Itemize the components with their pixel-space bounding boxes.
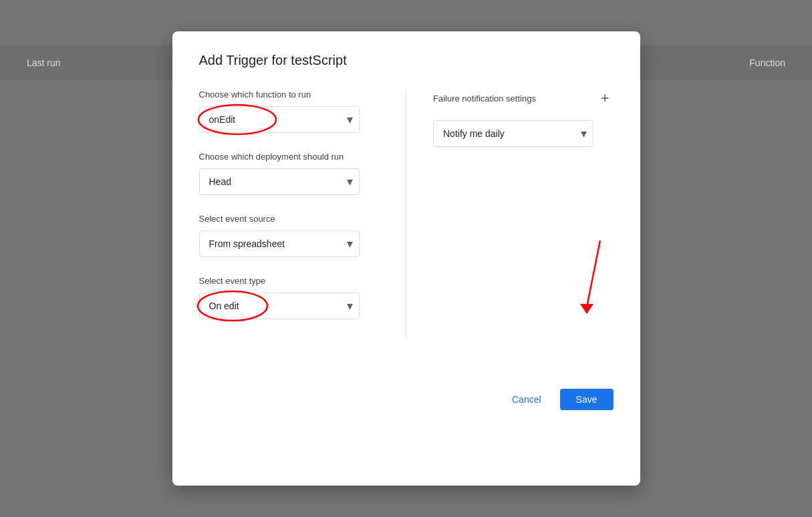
event-type-select[interactable]: On edit bbox=[199, 293, 360, 319]
notify-select[interactable]: Notify me daily Notify me hourly Notify … bbox=[433, 120, 593, 147]
notify-select-wrapper: Notify me daily Notify me hourly Notify … bbox=[433, 120, 593, 147]
event-source-select-wrapper: From spreadsheet ▾ bbox=[199, 230, 360, 257]
deployment-select[interactable]: Head bbox=[199, 168, 360, 195]
function-select-wrapper: onEdit ▾ bbox=[199, 106, 360, 133]
cancel-button[interactable]: Cancel bbox=[501, 389, 552, 410]
dialog-left: Choose which function to run onEdit ▾ bbox=[199, 90, 407, 338]
save-button[interactable]: Save bbox=[560, 389, 614, 410]
svg-marker-3 bbox=[580, 304, 593, 314]
svg-line-2 bbox=[587, 240, 600, 307]
event-source-label: Select event source bbox=[199, 214, 380, 224]
failure-notification-header: Failure notification settings + bbox=[433, 90, 614, 107]
add-notification-button[interactable]: + bbox=[597, 90, 614, 107]
modal-overlay: Add Trigger for testScript Choose which … bbox=[0, 0, 812, 517]
event-type-group: Select event type On edit ▾ bbox=[199, 276, 380, 319]
event-source-group: Select event source From spreadsheet ▾ bbox=[199, 214, 380, 257]
deployment-label: Choose which deployment should run bbox=[199, 152, 380, 162]
function-label: Choose which function to run bbox=[199, 90, 380, 100]
event-type-select-wrapper: On edit ▾ bbox=[199, 293, 360, 319]
dialog-body: Choose which function to run onEdit ▾ bbox=[199, 90, 614, 338]
failure-notification-label: Failure notification settings bbox=[433, 94, 536, 104]
dialog: Add Trigger for testScript Choose which … bbox=[172, 31, 640, 486]
event-type-label: Select event type bbox=[199, 276, 380, 286]
function-group: Choose which function to run onEdit ▾ bbox=[199, 90, 380, 133]
deployment-select-wrapper: Head ▾ bbox=[199, 168, 360, 195]
save-arrow-annotation bbox=[547, 234, 627, 321]
deployment-group: Choose which deployment should run Head … bbox=[199, 152, 380, 195]
dialog-footer: Cancel Save bbox=[199, 378, 614, 410]
dialog-title: Add Trigger for testScript bbox=[199, 53, 614, 68]
function-select[interactable]: onEdit bbox=[199, 106, 360, 133]
event-source-select[interactable]: From spreadsheet bbox=[199, 230, 360, 257]
dialog-right: Failure notification settings + Notify m… bbox=[406, 90, 614, 338]
